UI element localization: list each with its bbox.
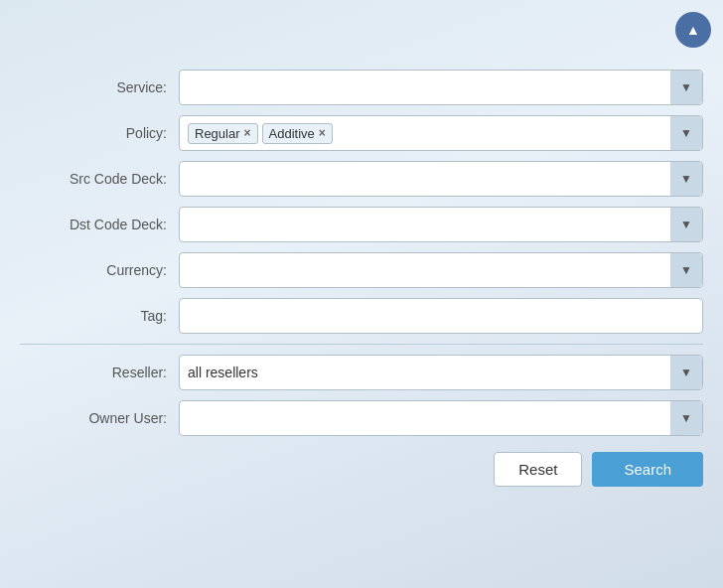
reseller-row: Reseller: all resellers ▼ [20,355,703,390]
src-code-deck-select[interactable]: ▼ [179,161,703,197]
policy-field: Regular × Additive × ▼ [179,115,703,151]
currency-field: ▼ [179,252,703,288]
owner-user-label: Owner User: [20,410,179,426]
reseller-dropdown-arrow[interactable]: ▼ [670,356,702,389]
currency-select[interactable]: ▼ [179,252,703,288]
src-code-deck-dropdown-arrow[interactable]: ▼ [670,162,702,196]
reseller-label: Reseller: [20,365,179,380]
service-dropdown-arrow[interactable]: ▼ [670,71,702,104]
policy-tag-regular-label: Regular [195,126,240,141]
policy-tag-additive-close[interactable]: × [319,126,326,140]
service-select[interactable]: ▼ [179,70,703,105]
dst-code-deck-field: ▼ [179,207,703,242]
tag-field [179,298,703,334]
owner-user-dropdown-arrow[interactable]: ▼ [670,401,702,435]
chevron-up-icon: ▲ [686,22,700,38]
owner-user-row: Owner User: ▼ [20,400,703,436]
dst-code-deck-dropdown-arrow[interactable]: ▼ [670,208,702,241]
policy-select[interactable]: Regular × Additive × ▼ [179,115,703,151]
src-code-deck-row: Src Code Deck: ▼ [20,161,703,197]
policy-tag-additive-label: Additive [269,126,315,141]
policy-tag-regular: Regular × [188,123,258,144]
reseller-field: all resellers ▼ [179,355,703,390]
tag-input[interactable] [179,298,703,334]
section-divider [20,344,703,345]
policy-dropdown-arrow[interactable]: ▼ [670,116,702,150]
owner-user-select[interactable]: ▼ [179,400,703,436]
currency-row: Currency: ▼ [20,252,703,288]
service-label: Service: [20,79,179,95]
dst-code-deck-label: Dst Code Deck: [20,217,179,232]
policy-tag-regular-close[interactable]: × [244,126,251,140]
reseller-value: all resellers [188,365,258,380]
service-row: Service: ▼ [20,70,703,105]
policy-row: Policy: Regular × Additive × ▼ [20,115,703,151]
src-code-deck-label: Src Code Deck: [20,171,179,187]
dst-code-deck-row: Dst Code Deck: ▼ [20,207,703,242]
currency-label: Currency: [20,262,179,278]
policy-tag-container: Regular × Additive × [188,123,364,144]
currency-dropdown-arrow[interactable]: ▼ [670,253,702,287]
dst-code-deck-select[interactable]: ▼ [179,207,703,242]
service-field: ▼ [179,70,703,105]
tag-row: Tag: [20,298,703,334]
form-container: Service: ▼ Policy: Regular × Additive × [0,60,723,507]
tag-label: Tag: [20,308,179,324]
policy-tag-additive: Additive × [262,123,333,144]
buttons-row: Reset Search [20,452,703,487]
reset-button[interactable]: Reset [494,452,582,487]
search-button[interactable]: Search [592,452,703,487]
src-code-deck-field: ▼ [179,161,703,197]
owner-user-field: ▼ [179,400,703,436]
reseller-select[interactable]: all resellers ▼ [179,355,703,390]
scroll-up-button[interactable]: ▲ [675,12,711,48]
policy-label: Policy: [20,125,179,141]
